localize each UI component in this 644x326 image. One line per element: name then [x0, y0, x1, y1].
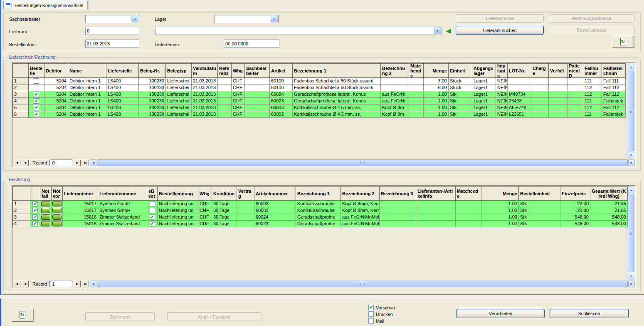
lieferant-assign-arrow-icon[interactable]: ◀	[444, 27, 452, 35]
zeilentext-button[interactable]: Zeilentext	[85, 312, 155, 321]
cell-sel[interactable]	[30, 201, 40, 207]
column-header-num[interactable]	[13, 64, 29, 78]
scroll-right-icon[interactable]: ▶	[628, 159, 635, 166]
scroll-right-icon[interactable]: ▶	[628, 281, 635, 287]
notvor-button[interactable]	[52, 208, 62, 213]
bestelle-checkbox[interactable]	[34, 92, 39, 97]
cell-num[interactable]: 2	[13, 207, 30, 214]
notfall-button[interactable]	[41, 208, 50, 213]
bestelladresse-button[interactable]: Bestelladresse	[549, 26, 634, 34]
column-header-lieferantennr[interactable]: Lieferantennr	[63, 187, 98, 201]
ebest-checkbox[interactable]	[150, 201, 155, 207]
column-header-liefartinfo[interactable]: Lieferanten-/Artikelinfo	[416, 187, 456, 201]
notvor-button[interactable]	[52, 221, 62, 226]
sel-checkbox[interactable]	[32, 208, 38, 213]
bestelle-checkbox[interactable]	[34, 112, 39, 117]
liefertermin-input[interactable]	[224, 40, 279, 48]
column-header-sachbearbeiter[interactable]: Sachbearbeiter	[245, 64, 270, 78]
cell-ebest[interactable]	[147, 214, 158, 221]
column-header-bestelle[interactable]: Bestelle	[29, 64, 44, 78]
scroll-up-icon[interactable]: ▲	[628, 64, 634, 70]
scroll-left-icon[interactable]: ◀	[90, 159, 96, 166]
bestelle-checkbox[interactable]	[34, 105, 39, 110]
column-header-bestelleinheit[interactable]: Bestelleinheit	[519, 187, 560, 201]
refresh-footer-button[interactable]	[12, 308, 33, 321]
cell-sel[interactable]	[30, 207, 40, 214]
column-header-implanta[interactable]: Implanta	[496, 64, 508, 78]
column-header-bez1[interactable]: Bezeichnung 1	[296, 187, 341, 201]
scroll-down-icon[interactable]: ▼	[628, 152, 634, 158]
column-header-einheit[interactable]: Einheit	[449, 64, 472, 78]
column-header-lieferantenname[interactable]: Lieferantenname	[98, 187, 147, 201]
table-row[interactable]: 65204Debitor intern 1LS400100230Liefersc…	[13, 111, 626, 118]
cell-num[interactable]: 4	[13, 221, 30, 227]
chevron-down-icon[interactable]: ▼	[131, 16, 138, 22]
column-header-notfall[interactable]: Notfall	[40, 187, 52, 201]
column-header-menge[interactable]: Menge	[481, 187, 519, 201]
column-header-notvor[interactable]: Notvor	[52, 187, 63, 201]
cell-ebest[interactable]	[147, 207, 158, 214]
ebest-checkbox[interactable]	[150, 208, 155, 213]
cell-num[interactable]: 1	[13, 78, 29, 85]
verarbeiten-button[interactable]: Verarbeiten	[456, 309, 545, 318]
lieferadresse-button[interactable]: Lieferadresse	[456, 14, 544, 22]
table-row[interactable]: 215017Synthes GmbHNachlieferung unCHF30 …	[13, 207, 628, 214]
ebest-checkbox[interactable]	[150, 221, 155, 226]
column-header-patientenid[interactable]: PatientenID	[568, 64, 583, 78]
next-record-button[interactable]: ▶	[73, 159, 81, 166]
bestelle-checkbox[interactable]	[34, 85, 39, 90]
column-header-menge[interactable]: Menge	[424, 64, 449, 78]
lieferant-name-combobox[interactable]: ▼	[155, 27, 442, 35]
lieferschein-vscrollbar-thumb[interactable]	[628, 71, 634, 151]
lieferant-suchen-button[interactable]: Lieferant suchen	[456, 26, 544, 35]
column-header-verfall[interactable]: Verfall	[549, 64, 568, 78]
cell-notfall[interactable]	[40, 214, 52, 221]
table-row[interactable]: 35204Debitor intern 1LS400100230Liefersc…	[13, 91, 626, 98]
sachbearbeiter-combobox[interactable]: ▼	[85, 15, 139, 23]
column-header-lieferstelle[interactable]: Lieferstelle	[106, 64, 139, 78]
sel-checkbox[interactable]	[32, 214, 38, 220]
column-header-whg[interactable]: Whg	[232, 64, 245, 78]
column-header-abgangslager[interactable]: Abgangslager	[472, 64, 496, 78]
record-number-input[interactable]	[51, 159, 72, 166]
table-row[interactable]: 45204Debitor intern 1LS400100230Liefersc…	[13, 98, 626, 105]
column-header-bez1[interactable]: Bezeichnung 1	[293, 64, 381, 78]
column-header-artikelnummer[interactable]: Artikelnummer	[254, 187, 296, 201]
bestellung-vscrollbar-thumb[interactable]	[628, 194, 634, 272]
column-header-ebest[interactable]: eBest	[147, 187, 158, 201]
column-header-fallbez[interactable]: Fallbezeichnun	[602, 64, 626, 78]
chevron-down-icon[interactable]: ▼	[271, 16, 278, 22]
column-header-gesamtwert[interactable]: Gesamt Wert (Kredi Whg)	[590, 187, 628, 201]
column-header-sel[interactable]	[30, 187, 40, 201]
column-header-charge[interactable]: Charge	[531, 64, 549, 78]
lieferant-input[interactable]	[85, 27, 139, 35]
column-header-debitor[interactable]: Debitor	[44, 64, 68, 78]
table-row[interactable]: 415016Zimmer SwitzerlandNachlieferung un…	[13, 221, 628, 227]
cell-bestelle[interactable]	[29, 85, 44, 91]
bestellung-vscrollbar[interactable]: ▲ ▼	[628, 187, 635, 279]
cell-num[interactable]: 5	[13, 105, 29, 111]
cell-num[interactable]: 6	[13, 111, 29, 118]
column-header-whg[interactable]: Whg	[198, 187, 212, 201]
cell-bestelle[interactable]	[29, 98, 44, 105]
cell-bestelle[interactable]	[29, 105, 44, 111]
column-header-belegnr[interactable]: Beleg-Nr.	[139, 64, 166, 78]
record-number-input[interactable]	[51, 281, 72, 287]
column-header-bez2[interactable]: Bezeichnung 2	[381, 64, 409, 78]
sel-checkbox[interactable]	[32, 221, 38, 226]
cell-num[interactable]: 4	[13, 98, 29, 105]
column-header-lotnr[interactable]: LOT-Nr.	[508, 64, 531, 78]
lieferschein-hscrollbar-thumb[interactable]	[97, 159, 628, 166]
scroll-down-icon[interactable]: ▼	[628, 273, 634, 279]
sel-checkbox[interactable]	[32, 201, 38, 207]
cell-ebest[interactable]	[147, 201, 158, 207]
table-row[interactable]: 115017Synthes GmbHNachlieferung unCHF30 …	[13, 201, 628, 207]
cell-num[interactable]: 1	[13, 201, 30, 207]
vorschau-checkbox[interactable]	[368, 305, 374, 310]
cell-notvor[interactable]	[52, 221, 63, 227]
last-record-button[interactable]: ▶|	[81, 159, 89, 166]
schliessen-button[interactable]: Schliessen	[550, 309, 629, 318]
cell-sel[interactable]	[30, 221, 40, 227]
tab-bestellungen-konsignationsartikel[interactable]: Bestellungen Konsignationsartikel	[3, 1, 88, 10]
first-record-button[interactable]: |◀	[13, 159, 20, 166]
